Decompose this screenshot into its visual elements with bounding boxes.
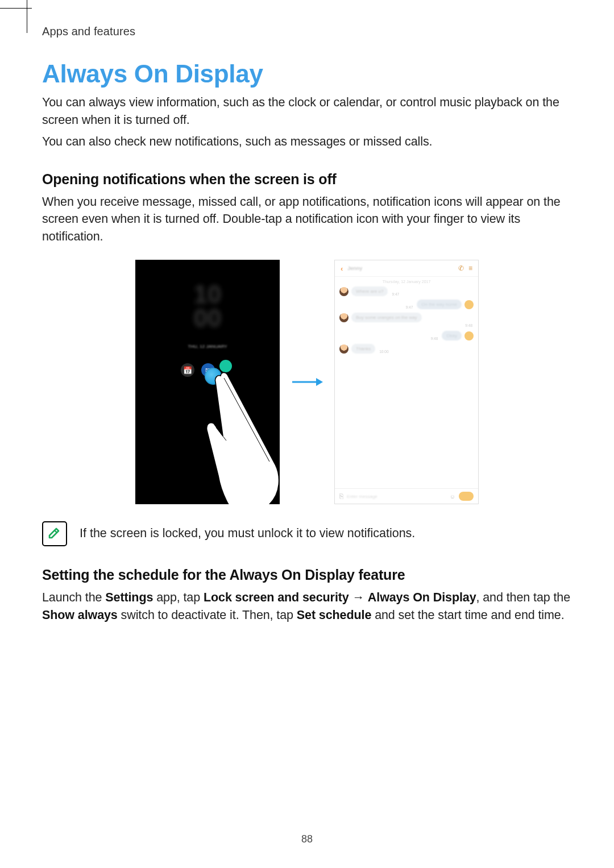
send-button	[459, 492, 474, 501]
message-time: 10:00	[378, 350, 389, 354]
avatar-icon	[339, 344, 349, 354]
aod-screen-illustration: 10 00 THU, 12 JANUARY 📅 ✉	[135, 260, 280, 504]
message-time: 9:47	[391, 292, 400, 296]
avatar-icon	[464, 331, 474, 340]
text-segment: Launch the	[42, 591, 105, 604]
emoji-icon: ☺	[450, 493, 455, 500]
attach-icon: ⎘	[339, 492, 343, 500]
message-in-1: Where are u? 9:47	[339, 286, 474, 296]
message-in-3: Thanks 10:00	[339, 344, 474, 354]
message-out-1: 9:47 On the way home	[339, 300, 474, 309]
message-text: Where are u?	[351, 286, 388, 296]
message-in-2: Buy some oranges on the way	[339, 313, 474, 322]
section-body-schedule: Launch the Settings app, tap Lock screen…	[42, 589, 572, 624]
message-text: Buy some oranges on the way	[351, 313, 422, 322]
message-out-1-time: 9:48	[339, 323, 474, 327]
bold-settings: Settings	[105, 591, 153, 604]
phone-icon: ✆	[458, 264, 464, 272]
arrow-text: →	[349, 591, 368, 604]
chat-date: Thursday, 12 January 2017	[335, 277, 478, 286]
section-heading-notifications: Opening notifications when the screen is…	[42, 171, 572, 188]
intro-paragraph-2: You can also check new notifications, su…	[42, 133, 572, 151]
illustration-row: 10 00 THU, 12 JANUARY 📅 ✉ ‹	[42, 260, 572, 504]
svg-marker-1	[316, 378, 323, 386]
arrow-right-icon	[291, 376, 323, 388]
avatar-icon	[339, 287, 349, 296]
text-segment: switch to deactivate it. Then, tap	[118, 608, 297, 622]
aod-clock-hours: 10	[194, 283, 222, 306]
hand-pointer-illustration	[196, 362, 280, 504]
bold-lockscreen: Lock screen and security	[204, 591, 349, 604]
intro-paragraph-1: You can always view information, such as…	[42, 94, 572, 128]
note-callout: If the screen is locked, you must unlock…	[42, 520, 572, 546]
avatar-icon	[339, 313, 349, 322]
note-text: If the screen is locked, you must unlock…	[80, 520, 415, 542]
avatar-icon	[464, 300, 474, 309]
section-heading-schedule: Setting the schedule for the Always On D…	[42, 567, 572, 583]
bold-aod: Always On Display	[368, 591, 476, 604]
chat-contact-name: Jenny	[347, 265, 454, 271]
message-text: Okay	[442, 331, 462, 340]
aod-clock-minutes: 00	[194, 306, 222, 330]
note-pencil-icon	[42, 521, 67, 546]
message-text: Thanks	[351, 344, 375, 354]
message-time: 9:48	[430, 337, 439, 340]
chat-header: ‹ Jenny ✆ ≡	[335, 260, 478, 277]
section-body-notifications: When you receive message, missed call, o…	[42, 193, 572, 246]
message-text: On the way home	[417, 300, 462, 309]
message-time: 9:48	[464, 323, 474, 327]
messaging-screen-illustration: ‹ Jenny ✆ ≡ Thursday, 12 January 2017 Wh…	[334, 260, 479, 504]
page-title: Always On Display	[42, 60, 572, 88]
message-out-2: 9:48 Okay	[339, 331, 474, 340]
menu-icon: ≡	[468, 264, 472, 272]
crop-marks	[0, 0, 34, 34]
text-segment: , and then tap the	[476, 591, 571, 604]
bold-showalways: Show always	[42, 608, 118, 622]
svg-line-2	[55, 530, 57, 533]
message-time: 9:47	[405, 305, 414, 309]
calendar-icon: 📅	[181, 363, 194, 377]
bold-setschedule: Set schedule	[297, 608, 371, 622]
page-number: 88	[301, 833, 313, 845]
text-segment: app, tap	[153, 591, 204, 604]
breadcrumb: Apps and features	[42, 25, 572, 38]
chat-body: Where are u? 9:47 9:47 On the way home B…	[335, 286, 478, 488]
text-segment: and set the start time and end time.	[371, 608, 564, 622]
aod-date: THU, 12 JANUARY	[188, 344, 227, 349]
chat-input-bar: ⎘ Enter message ☺	[335, 488, 478, 504]
input-placeholder: Enter message	[347, 494, 446, 499]
aod-clock: 10 00	[194, 283, 222, 330]
back-icon: ‹	[341, 264, 343, 273]
